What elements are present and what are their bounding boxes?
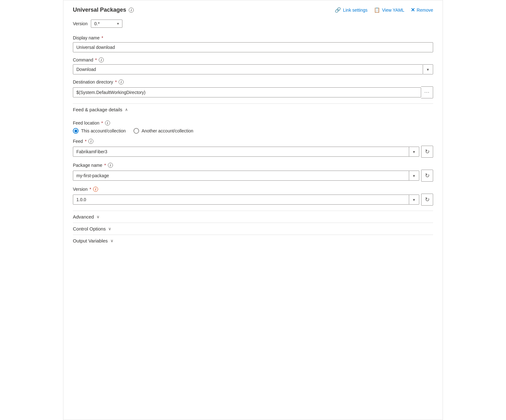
feed-package-details-label: Feed & package details [73, 107, 122, 112]
feed-location-info-icon[interactable]: i [105, 120, 110, 125]
version-field-select-row: 1.0.0 ▾ ↻ [73, 194, 433, 206]
destination-directory-section: Destination directory * i ··· [73, 79, 433, 98]
feed-location-label-row: Feed location * i [73, 120, 433, 125]
package-name-label: Package name [73, 163, 102, 168]
package-name-select-wrapper: my-first-package ▾ [73, 171, 419, 181]
feed-refresh-button[interactable]: ↻ [421, 146, 433, 158]
version-field-info-icon[interactable]: i [93, 187, 98, 192]
version-field-refresh-button[interactable]: ↻ [421, 194, 433, 206]
version-field-select[interactable]: 1.0.0 [73, 195, 409, 205]
version-field-section: Version * i 1.0.0 ▾ ↻ [73, 187, 433, 206]
destination-directory-required: * [115, 79, 117, 85]
package-name-chevron-icon: ▾ [409, 171, 419, 181]
command-label-row: Command * i [73, 57, 433, 62]
feed-required: * [85, 139, 86, 144]
control-options-label: Control Options [73, 226, 106, 231]
package-name-label-row: Package name * i [73, 163, 433, 168]
feed-package-details-collapse-icon: ∧ [125, 107, 128, 112]
destination-directory-browse-button[interactable]: ··· [421, 86, 433, 98]
feed-location-this-account-label: This account/collection [81, 128, 126, 133]
feed-section: Feed * i FabrikamFiber3 ▾ ↻ [73, 139, 433, 158]
display-name-label-row: Display name * [73, 35, 433, 40]
link-settings-button[interactable]: 🔗 Link settings [335, 7, 368, 13]
view-yaml-button[interactable]: 📋 View YAML [374, 7, 404, 13]
feed-location-this-account[interactable]: This account/collection [73, 128, 126, 134]
destination-directory-label-row: Destination directory * i [73, 79, 433, 85]
package-name-section: Package name * i my-first-package ▾ ↻ [73, 163, 433, 182]
feed-location-label: Feed location [73, 120, 99, 125]
command-required: * [95, 57, 97, 62]
advanced-collapse-icon: ∨ [97, 214, 100, 219]
display-name-label: Display name [73, 35, 100, 40]
page-title: Universal Packages [73, 7, 126, 13]
feed-location-another-account[interactable]: Another account/collection [133, 128, 193, 134]
command-section: Command * i Download Publish ▾ [73, 57, 433, 74]
package-name-required: * [104, 163, 106, 168]
command-select-wrapper: Download Publish ▾ [73, 64, 433, 74]
display-name-input[interactable] [73, 42, 433, 52]
advanced-header[interactable]: Advanced ∨ [73, 211, 433, 223]
control-options-header[interactable]: Control Options ∨ [73, 223, 433, 235]
header-left: Universal Packages i [73, 7, 134, 13]
feed-select-wrapper: FabrikamFiber3 ▾ [73, 147, 419, 157]
page-header: Universal Packages i 🔗 Link settings 📋 V… [73, 7, 433, 13]
feed-package-details-header[interactable]: Feed & package details ∧ [73, 103, 433, 115]
output-variables-collapse-icon: ∨ [110, 238, 114, 243]
title-info-icon[interactable]: i [129, 8, 134, 13]
output-variables-label: Output Variables [73, 238, 108, 243]
control-options-collapse-icon: ∨ [108, 226, 111, 231]
header-actions: 🔗 Link settings 📋 View YAML ✕ Remove [335, 7, 433, 13]
feed-location-another-account-label: Another account/collection [142, 128, 193, 133]
command-info-icon[interactable]: i [99, 57, 104, 62]
version-chevron-icon: ▾ [117, 21, 119, 26]
feed-label: Feed [73, 139, 83, 144]
output-variables-header[interactable]: Output Variables ∨ [73, 235, 433, 247]
feed-info-icon[interactable]: i [88, 139, 93, 144]
feed-location-section: Feed location * i This account/collectio… [73, 120, 433, 134]
command-label: Command [73, 57, 93, 62]
feed-location-another-account-radio[interactable] [133, 128, 139, 134]
feed-label-row: Feed * i [73, 139, 433, 144]
version-field-label: Version [73, 187, 88, 192]
feed-location-required: * [101, 120, 103, 125]
package-name-select-row: my-first-package ▾ ↻ [73, 170, 433, 182]
remove-label: Remove [417, 8, 433, 13]
feed-location-radio-group: This account/collection Another account/… [73, 128, 433, 134]
feed-select-row: FabrikamFiber3 ▾ ↻ [73, 146, 433, 158]
destination-directory-wrapper: ··· [73, 86, 433, 98]
version-field-label-row: Version * i [73, 187, 433, 192]
version-select[interactable]: 0.* ▾ [91, 20, 122, 28]
feed-select[interactable]: FabrikamFiber3 [73, 147, 409, 157]
destination-directory-info-icon[interactable]: i [119, 79, 124, 85]
destination-directory-label: Destination directory [73, 79, 113, 85]
display-name-required: * [102, 35, 103, 40]
link-icon: 🔗 [335, 7, 341, 13]
package-name-info-icon[interactable]: i [108, 163, 113, 168]
view-yaml-label: View YAML [382, 8, 404, 13]
version-field-select-wrapper: 1.0.0 ▾ [73, 195, 419, 205]
version-field-required: * [90, 187, 91, 192]
display-name-section: Display name * [73, 35, 433, 52]
command-select[interactable]: Download Publish [73, 64, 423, 74]
command-chevron-icon: ▾ [423, 64, 433, 74]
version-field-chevron-icon: ▾ [409, 195, 419, 205]
package-name-refresh-button[interactable]: ↻ [421, 170, 433, 182]
destination-directory-input[interactable] [73, 87, 421, 97]
close-icon: ✕ [411, 7, 415, 13]
remove-button[interactable]: ✕ Remove [411, 7, 433, 13]
link-settings-label: Link settings [343, 8, 368, 13]
package-name-select[interactable]: my-first-package [73, 171, 409, 181]
yaml-icon: 📋 [374, 7, 380, 13]
feed-package-details-section: Feed & package details ∧ Feed location *… [73, 103, 433, 206]
version-row: Version 0.* ▾ [73, 20, 433, 28]
version-select-value: 0.* [94, 21, 100, 26]
advanced-label: Advanced [73, 214, 94, 219]
feed-location-this-account-radio[interactable] [73, 128, 79, 134]
feed-select-chevron-icon: ▾ [409, 147, 419, 157]
version-row-label: Version [73, 21, 88, 26]
